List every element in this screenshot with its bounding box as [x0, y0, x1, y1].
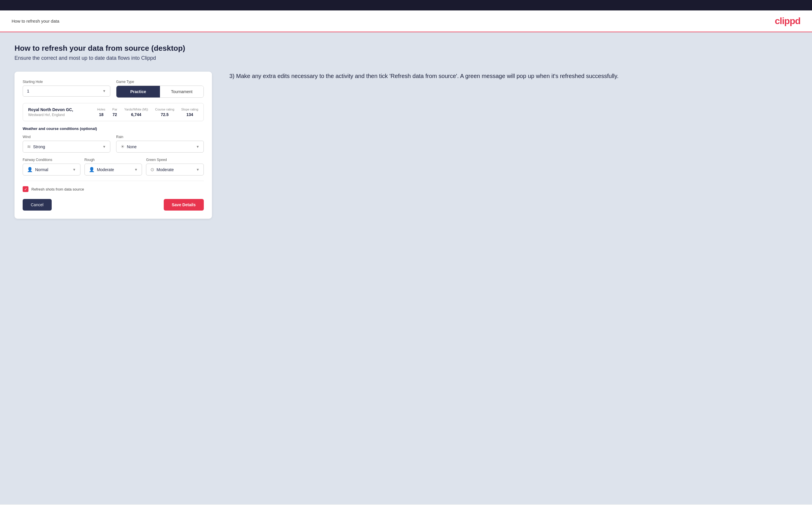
cancel-button[interactable]: Cancel	[22, 199, 52, 211]
rough-icon: 👤	[89, 167, 95, 172]
fairway-select[interactable]: 👤 Normal ▼	[22, 164, 81, 175]
checkmark-icon: ✓	[24, 187, 27, 191]
button-row: Cancel Save Details	[22, 199, 204, 211]
wind-icon: ≋	[27, 144, 31, 149]
fairway-icon: 👤	[27, 167, 33, 172]
game-type-group: Game Type Practice Tournament	[116, 80, 204, 98]
save-button[interactable]: Save Details	[164, 199, 204, 211]
course-location: Westward Ho!, England	[28, 113, 73, 117]
tournament-button[interactable]: Tournament	[160, 86, 204, 98]
sidebar-text: 3) Make any extra edits necessary to the…	[230, 72, 798, 80]
refresh-checkbox-row: ✓ Refresh shots from data source	[22, 186, 204, 192]
starting-hole-group: Starting Hole 1 ▼	[22, 80, 110, 98]
par-stat: Par 72	[112, 108, 117, 117]
yards-value: 6,744	[131, 112, 141, 117]
course-info-text: Royal North Devon GC, Westward Ho!, Engl…	[28, 107, 73, 117]
course-stats: Holes 18 Par 72 Yards/White (M)) 6,744 C…	[97, 108, 198, 117]
chevron-down-icon: ▼	[72, 168, 76, 172]
logo: clippd	[775, 16, 800, 26]
starting-hole-label: Starting Hole	[22, 80, 110, 84]
rough-group: Rough 👤 Moderate ▼	[85, 158, 142, 175]
course-name: Royal North Devon GC,	[28, 107, 73, 112]
par-label: Par	[112, 108, 117, 111]
rain-group: Rain ☀ None ▼	[116, 135, 204, 153]
rain-select[interactable]: ☀ None ▼	[116, 141, 204, 153]
yards-stat: Yards/White (M)) 6,744	[124, 108, 148, 117]
course-rating-value: 72.5	[161, 112, 169, 117]
wind-group: Wind ≋ Strong ▼	[22, 135, 110, 153]
green-speed-select[interactable]: ⊙ Moderate ▼	[146, 164, 204, 175]
refresh-label: Refresh shots from data source	[31, 187, 84, 191]
chevron-down-icon: ▼	[196, 168, 199, 172]
game-type-label: Game Type	[116, 80, 204, 84]
green-speed-group: Green Speed ⊙ Moderate ▼	[146, 158, 204, 175]
par-value: 72	[113, 112, 117, 117]
main-content: How to refresh your data from source (de…	[0, 32, 812, 504]
wind-value: Strong	[33, 145, 45, 149]
rough-select[interactable]: 👤 Moderate ▼	[85, 164, 142, 175]
refresh-checkbox[interactable]: ✓	[22, 186, 29, 192]
rain-value: None	[127, 145, 137, 149]
wind-rain-row: Wind ≋ Strong ▼ Rain ☀ None	[22, 135, 204, 153]
rain-icon: ☀	[120, 144, 124, 149]
header-title: How to refresh your data	[12, 18, 59, 23]
rough-value: Moderate	[97, 167, 114, 172]
chevron-down-icon: ▼	[134, 168, 138, 172]
top-bar	[0, 0, 812, 10]
fairway-group: Fairway Conditions 👤 Normal ▼	[22, 158, 81, 175]
holes-stat: Holes 18	[97, 108, 105, 117]
sidebar-description: 3) Make any extra edits necessary to the…	[230, 72, 798, 80]
slope-rating-label: Slope rating	[181, 108, 198, 111]
page-subheading: Ensure the correct and most up to date d…	[14, 55, 798, 61]
wind-select[interactable]: ≋ Strong ▼	[22, 141, 110, 153]
rain-select-inner: ☀ None	[120, 144, 137, 149]
practice-button[interactable]: Practice	[116, 86, 160, 98]
content-layout: Starting Hole 1 ▼ Game Type Practice Tou…	[14, 72, 798, 219]
holes-value: 18	[99, 112, 104, 117]
weather-section-label: Weather and course conditions (optional)	[22, 126, 204, 131]
holes-label: Holes	[97, 108, 105, 111]
green-speed-label: Green Speed	[146, 158, 204, 162]
fairway-value: Normal	[35, 167, 48, 172]
green-speed-select-inner: ⊙ Moderate	[150, 167, 173, 172]
conditions-row: Fairway Conditions 👤 Normal ▼ Rough 👤	[22, 158, 204, 175]
starting-hole-select[interactable]: 1 ▼	[22, 86, 110, 97]
slope-rating-value: 134	[186, 112, 193, 117]
green-speed-icon: ⊙	[150, 167, 154, 172]
course-rating-stat: Course rating 72.5	[155, 108, 174, 117]
chevron-down-icon: ▼	[196, 145, 199, 149]
chevron-down-icon: ▼	[102, 145, 106, 149]
fairway-select-inner: 👤 Normal	[27, 167, 48, 172]
rough-label: Rough	[85, 158, 142, 162]
slope-rating-stat: Slope rating 134	[181, 108, 198, 117]
green-speed-value: Moderate	[156, 167, 173, 172]
footer: Copyright Clippd 2022	[0, 504, 812, 507]
game-type-toggle: Practice Tournament	[116, 86, 204, 98]
rough-select-inner: 👤 Moderate	[89, 167, 114, 172]
course-rating-label: Course rating	[155, 108, 174, 111]
header: How to refresh your data clippd	[0, 10, 812, 32]
divider	[22, 181, 204, 181]
wind-select-inner: ≋ Strong	[27, 144, 45, 149]
rain-label: Rain	[116, 135, 204, 139]
yards-label: Yards/White (M))	[124, 108, 148, 111]
form-top-row: Starting Hole 1 ▼ Game Type Practice Tou…	[22, 80, 204, 98]
page-heading: How to refresh your data from source (de…	[14, 44, 798, 53]
wind-label: Wind	[22, 135, 110, 139]
form-card: Starting Hole 1 ▼ Game Type Practice Tou…	[14, 72, 212, 219]
chevron-down-icon: ▼	[102, 89, 106, 93]
fairway-label: Fairway Conditions	[22, 158, 81, 162]
starting-hole-value: 1	[27, 89, 29, 94]
course-info-box: Royal North Devon GC, Westward Ho!, Engl…	[22, 103, 204, 121]
